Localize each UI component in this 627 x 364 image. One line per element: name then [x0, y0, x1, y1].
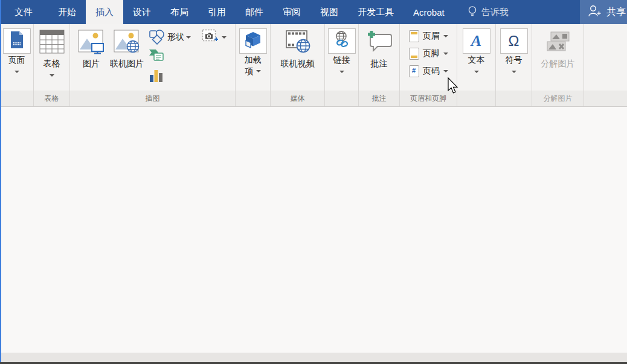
- text-iconbox: A: [463, 28, 490, 54]
- group-label-filler: [584, 91, 627, 106]
- tab-mailings[interactable]: 邮件: [236, 0, 273, 24]
- window-left-border: [0, 0, 1, 364]
- shapes-icon: [149, 29, 166, 46]
- table-label: 表格: [43, 57, 60, 69]
- tab-design[interactable]: 设计: [123, 0, 161, 24]
- footer-page-icon: [409, 48, 419, 60]
- comment-button[interactable]: 批注: [364, 28, 394, 80]
- tab-review[interactable]: 审阅: [273, 0, 310, 24]
- table-icon: [39, 30, 65, 56]
- smartart-button[interactable]: [149, 46, 191, 66]
- pages-button[interactable]: 页面: [1, 28, 33, 76]
- document-canvas[interactable]: [0, 107, 627, 353]
- tab-developer[interactable]: 开发工具: [348, 0, 404, 24]
- decompose-picture-button: 分解图片: [539, 28, 577, 80]
- tab-home[interactable]: 开始: [48, 0, 86, 24]
- online-pictures-button[interactable]: 联机图片: [108, 28, 146, 80]
- group-pages: 页面: [0, 24, 34, 106]
- tell-me-button[interactable]: 告诉我: [468, 0, 509, 24]
- tell-me-label: 告诉我: [481, 7, 509, 18]
- shapes-button[interactable]: 形状: [149, 28, 191, 46]
- group-label-comments: 批注: [359, 91, 399, 106]
- decompose-picture-icon: [546, 31, 570, 54]
- share-button[interactable]: 共享: [580, 0, 627, 24]
- comment-icon: [367, 30, 392, 56]
- group-symbols: Ω 符号: [496, 24, 532, 106]
- footer-button[interactable]: 页脚: [409, 48, 448, 60]
- shapes-label: 形状: [167, 32, 184, 43]
- chevron-down-icon: [339, 71, 344, 75]
- page-number-button[interactable]: # 页码: [409, 65, 448, 77]
- link-icon: [333, 30, 351, 52]
- chevron-down-icon: [474, 71, 479, 75]
- group-label-text: [457, 91, 495, 106]
- pages-label: 页面: [8, 54, 25, 66]
- pages-iconbox: [3, 28, 31, 54]
- pictures-button[interactable]: 图片: [75, 28, 108, 80]
- text-a-icon: A: [471, 33, 481, 49]
- group-label-links: [325, 91, 358, 106]
- ribbon-tab-bar: 文件 开始 插入 设计 布局 引用 邮件 审阅 视图 开发工具 Acrobat …: [0, 0, 627, 24]
- table-button[interactable]: 表格: [37, 28, 67, 80]
- symbol-button[interactable]: Ω 符号: [498, 28, 530, 76]
- chevron-down-icon: [256, 70, 261, 75]
- chevron-down-icon: [222, 36, 227, 41]
- group-label-media: 媒体: [271, 91, 324, 106]
- addins-label-line2: 项: [245, 66, 254, 77]
- text-button[interactable]: A 文本: [460, 28, 493, 76]
- group-addins: 加载 项: [236, 24, 271, 106]
- links-label: 链接: [333, 54, 350, 66]
- symbol-label: 符号: [506, 54, 522, 66]
- screenshot-button[interactable]: [202, 28, 227, 46]
- header-label: 页眉: [423, 31, 440, 42]
- tab-view[interactable]: 视图: [310, 0, 348, 24]
- page-number-icon: #: [409, 65, 419, 77]
- screenshot-camera-icon: [202, 29, 220, 46]
- group-header-footer: 页眉 页脚 # 页码 页眉和页脚: [400, 24, 457, 106]
- horizontal-scrollbar[interactable]: [0, 353, 627, 362]
- page-document-icon: [9, 31, 25, 51]
- addin-cube-icon: [243, 30, 263, 52]
- header-button[interactable]: 页眉: [409, 30, 448, 42]
- tab-file[interactable]: 文件: [5, 0, 42, 24]
- group-comments: 批注 批注: [359, 24, 400, 106]
- group-media: 联机视频 媒体: [271, 24, 325, 106]
- person-add-icon: [588, 4, 602, 20]
- addins-button[interactable]: 加载 项: [237, 28, 269, 77]
- share-label: 共享: [606, 6, 626, 19]
- online-pictures-label: 联机图片: [110, 57, 144, 69]
- chevron-down-icon: [186, 36, 191, 41]
- links-iconbox: [328, 28, 356, 54]
- symbol-iconbox: Ω: [500, 28, 528, 54]
- chevron-down-icon: [512, 71, 516, 75]
- picture-icon: [77, 29, 105, 57]
- chart-button[interactable]: [149, 66, 191, 86]
- chevron-down-icon: [50, 74, 54, 79]
- addins-iconbox: [239, 28, 267, 54]
- group-illustrations: 图片 联机图片: [70, 24, 236, 106]
- links-button[interactable]: 链接: [326, 28, 358, 76]
- group-text: A 文本: [457, 24, 496, 106]
- online-video-label: 联机视频: [281, 57, 315, 69]
- decompose-picture-label: 分解图片: [541, 57, 575, 69]
- omega-icon: Ω: [509, 34, 519, 48]
- group-label-illustrations: 插图: [70, 91, 235, 106]
- group-label-header-footer: 页眉和页脚: [400, 91, 457, 106]
- footer-label: 页脚: [423, 48, 440, 59]
- chevron-down-icon: [443, 53, 448, 57]
- online-picture-icon: [113, 29, 141, 57]
- chevron-down-icon: [14, 71, 19, 75]
- chart-icon: [149, 68, 164, 85]
- group-label-decompose: 分解图片: [532, 91, 584, 106]
- text-label: 文本: [468, 54, 485, 66]
- tab-layout[interactable]: 布局: [161, 0, 198, 24]
- lightbulb-icon: [468, 5, 477, 19]
- tab-insert[interactable]: 插入: [86, 0, 123, 24]
- pictures-label: 图片: [83, 57, 100, 69]
- video-film-icon: [284, 30, 312, 56]
- comment-label: 批注: [371, 57, 388, 69]
- tab-acrobat[interactable]: Acrobat: [404, 0, 454, 24]
- tab-references[interactable]: 引用: [198, 0, 236, 24]
- ribbon-insert: 页面 表格 表格: [0, 24, 627, 107]
- online-video-button[interactable]: 联机视频: [278, 28, 317, 80]
